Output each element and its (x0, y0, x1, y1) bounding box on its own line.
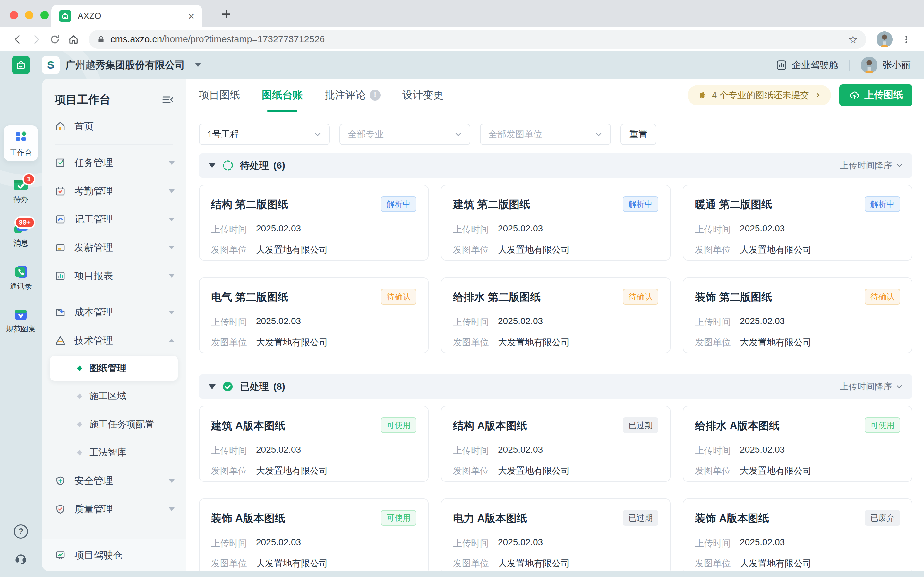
issuing-unit-value: 大发置地有限公司 (498, 243, 570, 256)
sidebar-item-attendance[interactable]: 考勤管理 (42, 177, 186, 205)
sidebar-subitem-method[interactable]: 工法智库 (42, 438, 186, 467)
close-window-button[interactable] (10, 11, 18, 19)
section-header-processed[interactable]: 已处理 (8) 上传时间降序 (199, 374, 913, 399)
sidebar-item-quality[interactable]: 质量管理 (42, 495, 186, 523)
drawing-card[interactable]: 给排水 第二版图纸 待确认 上传时间2025.02.03 发图单位大发置地有限公… (441, 277, 670, 353)
drawing-card[interactable]: 给排水 A版本图纸 可使用 上传时间2025.02.03 发图单位大发置地有限公… (683, 406, 913, 482)
issuing-unit-select[interactable]: 全部发图单位 (480, 124, 611, 145)
user-menu[interactable]: 张小丽 (861, 57, 911, 73)
card-title: 暖通 第二版图纸 (695, 196, 772, 212)
sidebar-title: 项目工作台 (55, 92, 111, 107)
project-select[interactable]: 1号工程 (199, 124, 330, 145)
tab-close-icon[interactable]: × (188, 11, 194, 21)
drawing-card[interactable]: 装饰 A版本图纸 可使用 上传时间2025.02.03 发图单位大发置地有限公司 (199, 498, 429, 571)
sidebar-item-payroll[interactable]: 发薪管理 (42, 234, 186, 261)
section-count: (8) (273, 381, 285, 392)
upload-time-value: 2025.02.03 (740, 316, 785, 328)
browser-tab[interactable]: AXZO × (51, 5, 202, 27)
drawing-card[interactable]: 装饰 A版本图纸 已废弃 上传时间2025.02.03 发图单位大发置地有限公司 (683, 498, 913, 571)
browser-profile-avatar[interactable] (877, 31, 893, 47)
sidebar-item-safety[interactable]: 安全管理 (42, 467, 186, 495)
upload-time-label: 上传时间 (211, 537, 247, 550)
drawing-card[interactable]: 结构 第二版图纸 解析中 上传时间2025.02.03 发图单位大发置地有限公司 (199, 185, 429, 261)
upload-time-label: 上传时间 (695, 316, 731, 328)
chevron-down-icon (169, 311, 174, 314)
upload-time-value: 2025.02.03 (498, 316, 543, 328)
drawing-card[interactable]: 建筑 A版本图纸 可使用 上传时间2025.02.03 发图单位大发置地有限公司 (199, 406, 429, 482)
browser-menu-icon[interactable] (897, 30, 916, 49)
reload-button[interactable] (45, 30, 64, 49)
sidebar-item-label: 记工管理 (74, 213, 113, 226)
minimize-window-button[interactable] (25, 11, 33, 19)
sidebar-item-project-cockpit[interactable]: 项目驾驶仓 (42, 538, 186, 571)
issuing-unit-value: 大发置地有限公司 (740, 465, 812, 477)
drawing-card[interactable]: 电力 A版本图纸 已过期 上传时间2025.02.03 发图单位大发置地有限公司 (441, 498, 670, 571)
upload-time-label: 上传时间 (211, 223, 247, 235)
tab-drawing-ledger[interactable]: 图纸台账 (262, 79, 303, 111)
tab-label: 批注评论 (325, 88, 366, 102)
rail-label: 待办 (13, 194, 28, 204)
sidebar-item-label: 项目驾驶仓 (74, 549, 123, 562)
drawing-card[interactable]: 暖通 第二版图纸 解析中 上传时间2025.02.03 发图单位大发置地有限公司 (683, 185, 913, 261)
rail-item-workbench[interactable]: 工作台 (4, 125, 38, 161)
processed-cards-grid: 建筑 A版本图纸 可使用 上传时间2025.02.03 发图单位大发置地有限公司… (199, 406, 913, 571)
sidebar-subitem-drawing[interactable]: 图纸管理 (50, 356, 178, 381)
support-headset-icon[interactable] (14, 551, 28, 566)
bookmark-star-icon[interactable]: ☆ (848, 33, 858, 46)
chevron-down-icon (896, 383, 903, 390)
upload-drawings-button[interactable]: 上传图纸 (839, 84, 913, 106)
rail-item-contacts[interactable]: 通讯录 (10, 265, 32, 292)
tab-label: 设计变更 (402, 88, 443, 102)
rail-item-message[interactable]: 99+ 消息 (13, 221, 29, 248)
help-icon[interactable]: ? (14, 524, 28, 538)
drawing-card[interactable]: 建筑 第二版图纸 解析中 上传时间2025.02.03 发图单位大发置地有限公司 (441, 185, 670, 261)
reset-button[interactable]: 重置 (620, 124, 656, 145)
ledger-scroll-area[interactable]: 1号工程 全部专业 全部发图单位 重置 待处理 (186, 112, 924, 571)
app-logo-icon[interactable] (11, 56, 30, 74)
new-tab-button[interactable]: + (221, 5, 231, 24)
upload-time-value: 2025.02.03 (256, 223, 301, 235)
rail-item-todo[interactable]: 1 待办 (13, 177, 29, 204)
collapse-triangle-icon (208, 384, 216, 389)
card-title: 给排水 A版本图纸 (695, 417, 780, 433)
unsubmitted-alert-chip[interactable]: 4 个专业的图纸还未提交 (688, 85, 831, 105)
card-title: 建筑 第二版图纸 (453, 196, 530, 212)
sidebar-subitem-label: 施工任务项配置 (89, 418, 154, 431)
forward-button[interactable] (27, 30, 45, 49)
sidebar-subitem-area[interactable]: 施工区域 (42, 382, 186, 410)
drawing-card[interactable]: 结构 A版本图纸 已过期 上传时间2025.02.03 发图单位大发置地有限公司 (441, 406, 670, 482)
tab-project-drawings[interactable]: 项目图纸 (199, 79, 240, 111)
sidebar-item-timesheet[interactable]: 记工管理 (42, 205, 186, 234)
sidebar-item-cost[interactable]: 成本管理 (42, 298, 186, 326)
back-button[interactable] (8, 30, 27, 49)
sort-control[interactable]: 上传时间降序 (840, 381, 903, 392)
specialty-select[interactable]: 全部专业 (339, 124, 470, 145)
rail-item-atlas[interactable]: 规范图集 (6, 308, 36, 334)
home-button[interactable] (64, 30, 83, 49)
address-bar[interactable]: cms.axzo.cn /home/pro?timestamp=17327737… (89, 30, 866, 49)
tab-design-changes[interactable]: 设计变更 (402, 79, 443, 111)
company-switcher[interactable]: S 广州越秀集团股份有限公司 (42, 56, 201, 74)
sidebar-item-task[interactable]: 任务管理 (42, 149, 186, 177)
alert-text: 4 个专业的图纸还未提交 (712, 89, 809, 101)
site-favicon-icon (59, 10, 71, 22)
upload-time-label: 上传时间 (453, 316, 489, 328)
sidebar-item-tech[interactable]: 技术管理 (42, 326, 186, 355)
drawing-card[interactable]: 电气 第二版图纸 待确认 上传时间2025.02.03 发图单位大发置地有限公司 (199, 277, 429, 353)
enterprise-cockpit-button[interactable]: 企业驾驶舱 (776, 59, 838, 71)
sidebar-item-report[interactable]: 项目报表 (42, 261, 186, 290)
sidebar-item-home[interactable]: 首页 (42, 112, 186, 140)
card-title: 给排水 第二版图纸 (453, 289, 541, 305)
sidebar-subitem-config[interactable]: 施工任务项配置 (42, 410, 186, 438)
drawing-card[interactable]: 装饰 第二版图纸 待确认 上传时间2025.02.03 发图单位大发置地有限公司 (683, 277, 913, 353)
section-header-pending[interactable]: 待处理 (6) 上传时间降序 (199, 153, 913, 177)
sort-control[interactable]: 上传时间降序 (840, 160, 903, 171)
upload-time-label: 上传时间 (211, 316, 247, 328)
sidebar-subitem-label: 施工区域 (89, 390, 126, 403)
issuing-unit-label: 发图单位 (695, 243, 731, 256)
tab-annotations[interactable]: 批注评论 ! (325, 79, 381, 111)
zoom-window-button[interactable] (40, 11, 49, 19)
issuing-unit-value: 大发置地有限公司 (256, 336, 328, 348)
sidebar-collapse-icon[interactable] (162, 95, 174, 105)
card-title: 装饰 第二版图纸 (695, 289, 772, 305)
